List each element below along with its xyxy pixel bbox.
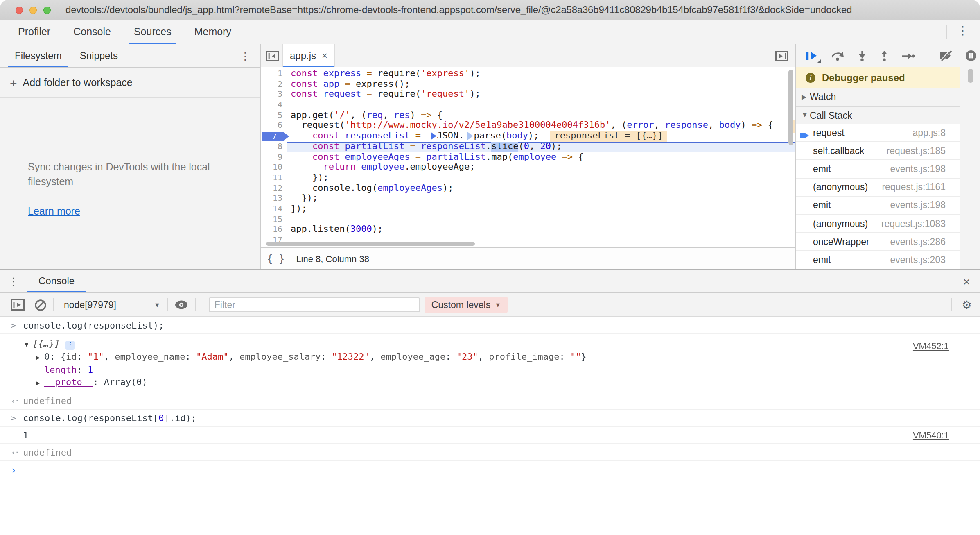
- code-line-6: 6 request('http://www.mocky.io/v2/5e1a9a…: [261, 121, 795, 131]
- live-expression-eye-icon[interactable]: [174, 300, 188, 310]
- step-out-icon[interactable]: [879, 50, 889, 61]
- line-number-12[interactable]: 12: [261, 183, 282, 193]
- line-number-1[interactable]: 1: [261, 69, 282, 79]
- navigator-tab-snippets[interactable]: Snippets: [77, 44, 121, 67]
- frame-function-name: (anonymous): [813, 182, 868, 192]
- pretty-print-icon[interactable]: { }: [267, 253, 285, 265]
- call-stack-frame[interactable]: requestapp.js:8: [796, 124, 960, 142]
- toolbar-separator: [951, 298, 952, 311]
- console-filter-input[interactable]: [209, 297, 420, 312]
- execution-context-selector[interactable]: node[97979]: [64, 300, 116, 310]
- line-number-2[interactable]: 2: [261, 79, 282, 89]
- main-tab-console[interactable]: Console: [68, 20, 116, 44]
- frame-location[interactable]: events.js:203: [890, 255, 946, 265]
- main-menu-kebab-icon[interactable]: ⋮: [957, 24, 969, 37]
- main-tab-profiler[interactable]: Profiler: [13, 20, 55, 44]
- line-number-14[interactable]: 14: [261, 204, 282, 214]
- line-number-3[interactable]: 3: [261, 90, 282, 100]
- line-number-10[interactable]: 10: [261, 162, 282, 172]
- console-message-command: >console.log(responseList[0].id);: [0, 410, 980, 427]
- main-tab-sources[interactable]: Sources: [129, 20, 176, 44]
- call-stack-section-header[interactable]: ▼ Call Stack: [796, 106, 980, 125]
- zoom-window-button[interactable]: [43, 6, 51, 14]
- expand-caret-icon[interactable]: ▼: [25, 338, 33, 350]
- logged-value: 1: [23, 430, 28, 440]
- breakpoint-tag[interactable]: 7: [262, 131, 289, 141]
- code-line-5: 5app.get('/', (req, res) => {: [261, 111, 795, 121]
- pause-on-exceptions-icon[interactable]: [965, 50, 977, 61]
- editor-tab-label: app.js: [290, 50, 316, 61]
- array-preview[interactable]: [{…}]: [33, 338, 60, 349]
- navigator-tab-filesystem[interactable]: Filesystem: [11, 44, 65, 67]
- chevron-down-icon: ▼: [802, 111, 810, 119]
- line-number-4[interactable]: 4: [261, 100, 282, 110]
- frame-location[interactable]: events.js:286: [890, 236, 946, 246]
- watch-section-header[interactable]: ▶ Watch: [796, 88, 980, 107]
- sidebar-scrollbar-thumb[interactable]: [968, 69, 973, 83]
- show-console-sidebar-icon[interactable]: [11, 299, 25, 311]
- sidebar-scrollbar[interactable]: [960, 67, 980, 270]
- frame-location[interactable]: request.js:1161: [882, 182, 946, 192]
- frame-function-name: emit: [813, 255, 831, 265]
- console-tab[interactable]: Console: [34, 270, 79, 292]
- close-window-button[interactable]: [16, 6, 23, 14]
- window-title-url: devtools://devtools/bundled/js_app.html?…: [65, 4, 852, 16]
- line-number-11[interactable]: 11: [261, 173, 282, 183]
- minimize-window-button[interactable]: [29, 6, 37, 14]
- frame-location[interactable]: request.js:1083: [881, 218, 946, 228]
- call-stack-frame[interactable]: (anonymous)request.js:1161: [796, 178, 960, 196]
- expand-caret-icon[interactable]: ▶: [36, 376, 44, 389]
- step-over-icon[interactable]: [830, 50, 845, 61]
- editor-tab-appjs[interactable]: app.js ×: [282, 44, 335, 67]
- close-tab-icon[interactable]: ×: [322, 50, 327, 61]
- chevron-right-icon: ▶: [802, 93, 810, 100]
- call-stack-frame[interactable]: self.callbackrequest.js:185: [796, 142, 960, 160]
- toggle-debugger-sidebar-icon[interactable]: [775, 50, 788, 65]
- call-stack-frame[interactable]: emitevents.js:198: [796, 160, 960, 178]
- call-stack-frame[interactable]: emitevents.js:203: [796, 251, 960, 269]
- source-link[interactable]: VM540:1: [913, 430, 949, 440]
- line-number-8[interactable]: 8: [261, 142, 282, 152]
- deactivate-breakpoints-icon[interactable]: [939, 50, 953, 61]
- add-folder-button[interactable]: + Add folder to workspace: [0, 68, 260, 98]
- step-into-icon[interactable]: [857, 50, 867, 61]
- line-number-5[interactable]: 5: [261, 111, 282, 121]
- line-number-13[interactable]: 13: [261, 194, 282, 204]
- learn-more-link[interactable]: Learn more: [28, 206, 80, 217]
- eval-result-arrow-icon: ‹·: [11, 447, 18, 458]
- toggle-navigator-icon[interactable]: [266, 50, 279, 65]
- add-folder-label: Add folder to workspace: [23, 77, 133, 88]
- code-line-1: 1const express = require('express');: [261, 69, 795, 79]
- expand-caret-icon[interactable]: ▶: [36, 351, 44, 363]
- call-stack-frame[interactable]: (anonymous)request.js:1083: [796, 215, 960, 233]
- context-dropdown-icon[interactable]: ▼: [154, 301, 160, 308]
- call-stack-label: Call Stack: [810, 110, 852, 120]
- frame-location[interactable]: request.js:185: [887, 146, 946, 156]
- custom-levels-button[interactable]: Custom levels ▼: [425, 297, 508, 313]
- call-stack-frame[interactable]: onceWrapperevents.js:286: [796, 233, 960, 251]
- drawer-menu-kebab-icon[interactable]: ⋮: [8, 275, 19, 287]
- execution-chevron-icon[interactable]: [467, 132, 473, 140]
- line-number-16[interactable]: 16: [261, 225, 282, 235]
- frame-function-name: self.callback: [813, 146, 864, 156]
- resume-script-icon[interactable]: [806, 51, 818, 61]
- line-number-6[interactable]: 6: [261, 121, 282, 131]
- code-viewport[interactable]: 1const express = require('express');2con…: [261, 67, 795, 248]
- line-number-7[interactable]: 7: [261, 131, 282, 141]
- editor-horizontal-scrollbar[interactable]: [266, 242, 475, 246]
- call-stack-frame[interactable]: emitevents.js:198: [796, 197, 960, 215]
- code-line-9: 9 const employeeAges = partialList.map(e…: [261, 152, 795, 162]
- frame-location[interactable]: app.js:8: [912, 127, 946, 137]
- frame-location[interactable]: events.js:198: [890, 200, 946, 210]
- frame-location[interactable]: events.js:198: [890, 164, 946, 174]
- close-drawer-icon[interactable]: ×: [963, 275, 970, 287]
- main-tab-memory[interactable]: Memory: [190, 20, 236, 44]
- line-number-9[interactable]: 9: [261, 152, 282, 162]
- step-icon[interactable]: [901, 51, 915, 60]
- line-number-15[interactable]: 15: [261, 214, 282, 224]
- clear-console-icon[interactable]: [34, 299, 47, 311]
- execution-chevron-icon[interactable]: [430, 132, 436, 140]
- navigator-menu-kebab-icon[interactable]: ⋮: [240, 50, 251, 62]
- console-settings-gear-icon[interactable]: ⚙: [962, 298, 972, 311]
- editor-vertical-scrollbar[interactable]: [788, 70, 793, 145]
